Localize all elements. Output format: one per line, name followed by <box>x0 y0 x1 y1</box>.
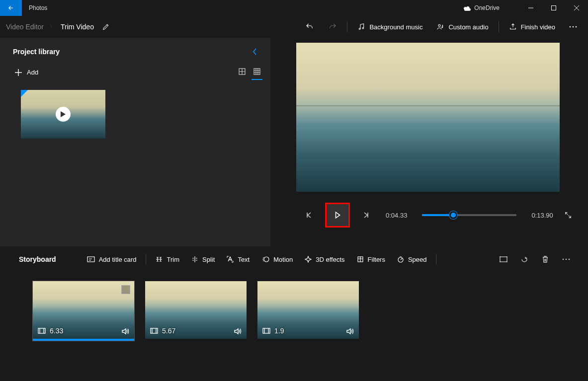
back-button[interactable] <box>0 0 22 16</box>
top-toolbar: Video Editor 〉 Trim Video Background mus… <box>0 16 588 38</box>
svg-rect-14 <box>500 257 507 262</box>
current-time: 0:04.33 <box>386 212 407 219</box>
volume-icon[interactable] <box>234 328 242 335</box>
speed-icon <box>397 256 404 263</box>
filters-button[interactable]: Filters <box>351 246 391 272</box>
storyboard-panel: Storyboard Add title card Trim Split Tex… <box>0 246 588 341</box>
clip-icon <box>150 328 158 334</box>
close-button[interactable] <box>565 0 588 16</box>
play-overlay-icon <box>56 107 71 122</box>
svg-rect-9 <box>254 69 260 75</box>
motion-icon <box>261 256 269 263</box>
volume-icon[interactable] <box>121 328 129 335</box>
app-title: Photos <box>29 4 47 11</box>
storyboard-clip[interactable]: 6.33 <box>33 281 134 341</box>
view-small-button[interactable] <box>253 68 260 77</box>
breadcrumb-current: Trim Video <box>61 23 94 31</box>
svg-point-11 <box>264 257 269 262</box>
undo-button[interactable] <box>298 16 321 38</box>
video-preview[interactable] <box>296 43 560 192</box>
cloud-icon <box>463 5 471 11</box>
svg-point-1 <box>359 28 361 30</box>
svg-point-5 <box>570 26 571 28</box>
svg-point-4 <box>442 27 443 28</box>
library-clip[interactable] <box>21 90 105 139</box>
collapse-library-button[interactable] <box>252 48 257 56</box>
breadcrumb: Video Editor 〉 Trim Video <box>6 23 94 31</box>
split-button[interactable]: Split <box>185 246 221 272</box>
text-icon <box>227 256 234 263</box>
3d-effects-button[interactable]: 3D effects <box>299 246 350 272</box>
titlebar: Photos OneDrive <box>0 0 588 16</box>
svg-point-15 <box>563 259 564 260</box>
title-card-icon <box>87 256 95 262</box>
rename-button[interactable] <box>102 23 110 31</box>
text-button[interactable]: Text <box>221 246 255 272</box>
svg-rect-0 <box>552 6 556 10</box>
seek-thumb[interactable] <box>449 211 457 219</box>
fullscreen-button[interactable] <box>564 211 572 219</box>
svg-rect-18 <box>38 328 45 333</box>
speed-button[interactable]: Speed <box>391 246 433 272</box>
playback-controls: 0:04.33 0:13.90 <box>296 203 576 228</box>
clip-duration: 6.33 <box>38 327 63 335</box>
seek-slider[interactable] <box>422 214 516 216</box>
custom-audio-button[interactable]: Custom audio <box>429 16 495 38</box>
export-icon <box>509 23 517 31</box>
motion-button[interactable]: Motion <box>255 246 299 272</box>
svg-point-3 <box>438 24 440 26</box>
clip-icon <box>38 328 46 334</box>
storyboard-title: Storyboard <box>19 255 56 263</box>
view-large-button[interactable] <box>239 68 246 77</box>
project-library-panel: Project library Add <box>0 38 270 246</box>
svg-rect-20 <box>263 328 270 333</box>
total-time: 0:13.90 <box>531 212 553 219</box>
previous-frame-button[interactable] <box>300 206 318 224</box>
storyboard-clip[interactable]: 1.9 <box>257 281 359 341</box>
clips-strip: 6.33 5.67 1.9 <box>0 272 588 341</box>
split-icon <box>191 256 198 263</box>
storyboard-clip[interactable]: 5.67 <box>145 281 247 341</box>
finish-video-button[interactable]: Finish video <box>502 16 562 38</box>
svg-point-6 <box>573 26 574 28</box>
svg-point-17 <box>569 259 570 260</box>
maximize-button[interactable] <box>542 0 565 16</box>
background-music-button[interactable]: Background music <box>350 16 429 38</box>
trim-button[interactable]: Trim <box>149 246 186 272</box>
add-media-button[interactable]: Add <box>10 66 43 79</box>
breadcrumb-root[interactable]: Video Editor <box>6 23 44 31</box>
add-title-card-button[interactable]: Add title card <box>81 246 143 272</box>
ellipsis-icon <box>569 26 577 28</box>
library-title: Project library <box>13 48 60 56</box>
svg-point-7 <box>576 26 577 28</box>
storyboard-more-button[interactable] <box>559 252 573 266</box>
clip-duration: 5.67 <box>150 327 175 335</box>
preview-panel: 0:04.33 0:13.90 <box>270 38 588 246</box>
svg-rect-10 <box>87 257 94 262</box>
redo-button <box>321 16 344 38</box>
svg-point-16 <box>566 259 567 260</box>
sparkle-icon <box>305 256 312 263</box>
next-frame-button[interactable] <box>357 206 375 224</box>
chevron-right-icon: 〉 <box>50 23 55 30</box>
trim-icon <box>155 256 163 263</box>
play-button[interactable] <box>325 203 350 228</box>
volume-icon[interactable] <box>346 328 354 335</box>
clip-duration: 1.9 <box>262 327 284 335</box>
delete-button[interactable] <box>538 252 552 266</box>
person-audio-icon <box>436 23 444 31</box>
clip-icon <box>262 328 270 334</box>
music-icon <box>357 23 365 31</box>
filters-icon <box>357 256 364 263</box>
svg-rect-19 <box>151 328 158 333</box>
more-button[interactable] <box>562 16 584 38</box>
svg-point-2 <box>362 27 364 29</box>
resize-button[interactable] <box>497 252 510 266</box>
rotate-button[interactable] <box>517 252 531 266</box>
onedrive-status[interactable]: OneDrive <box>463 4 500 11</box>
minimize-button[interactable] <box>519 0 542 16</box>
plus-icon <box>15 69 22 76</box>
